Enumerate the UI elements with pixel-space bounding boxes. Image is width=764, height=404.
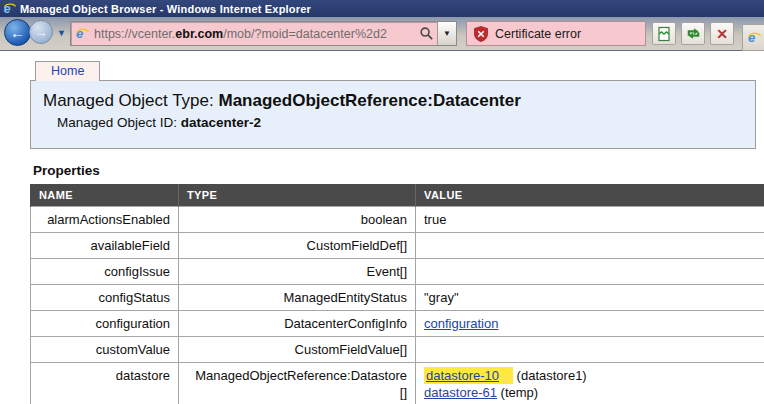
property-type-cell: CustomFieldValue[] — [179, 337, 416, 363]
window-title: Managed Object Browser - Windows Interne… — [20, 3, 311, 15]
search-icon[interactable] — [419, 26, 434, 41]
managed-object-type-line: Managed Object Type: ManagedObjectRefere… — [43, 91, 743, 111]
managed-object-id-value: datacenter-2 — [181, 115, 261, 130]
ie-logo-icon: e — [3, 2, 16, 15]
table-row: configurationDatacenterConfigInfoconfigu… — [31, 311, 764, 337]
property-name-cell: customValue — [31, 337, 179, 363]
property-name-cell: datastore — [31, 363, 179, 404]
managed-object-type-label: Managed Object Type: — [43, 91, 214, 110]
table-row: configIssueEvent[] — [31, 259, 764, 285]
value-link-datastore-10[interactable]: datastore-10 — [426, 368, 499, 383]
address-dropdown-button[interactable]: ▼ — [437, 22, 456, 45]
address-bar[interactable]: e https://vcenter.ebr.com/mob/?moid=data… — [70, 21, 457, 46]
managed-object-id-line: Managed Object ID: datacenter-2 — [57, 115, 743, 130]
property-value-cell — [416, 337, 764, 363]
page-content: Home Managed Object Type: ManagedObjectR… — [0, 52, 764, 404]
property-type-cell: CustomFieldDef[] — [179, 233, 416, 259]
browser-tab[interactable]: e Man — [742, 24, 764, 51]
value-text: "gray" — [424, 290, 459, 305]
property-name-cell: alarmActionsEnabled — [31, 207, 179, 233]
stop-icon: ✕ — [716, 26, 728, 42]
managed-object-infobox: Managed Object Type: ManagedObjectRefere… — [30, 80, 756, 149]
property-value-cell: true — [416, 207, 764, 233]
property-type-cell: boolean — [179, 207, 416, 233]
property-value-cell: datastore-10 (datastore1)datastore-61 (t… — [416, 363, 764, 404]
table-header-row: NAME TYPE VALUE — [31, 184, 764, 207]
recent-pages-dropdown-icon[interactable]: ▼ — [57, 28, 66, 38]
value-text: (datastore1) — [513, 368, 587, 383]
ie-favicon-icon: e — [75, 27, 89, 41]
property-type-cell: ManagedObjectReference:Datastore[] — [179, 363, 416, 404]
url-text[interactable]: https://vcenter.ebr.com/mob/?moid=datace… — [94, 27, 416, 41]
refresh-icon — [685, 25, 702, 42]
back-button[interactable]: ← — [4, 19, 31, 46]
property-value-line: true — [424, 211, 761, 228]
certificate-error-label: Certificate error — [495, 27, 581, 41]
compatibility-view-button[interactable] — [652, 22, 676, 45]
property-name-cell: configuration — [31, 311, 179, 337]
properties-table: NAME TYPE VALUE alarmActionsEnabledboole… — [30, 184, 764, 404]
table-row: customValueCustomFieldValue[] — [31, 337, 764, 363]
value-link-datastore-61[interactable]: datastore-61 — [424, 385, 497, 400]
home-tab-link[interactable]: Home — [35, 61, 100, 81]
browser-toolbar: ← → ▼ e https://vcenter.ebr.com/mob/?moi… — [0, 17, 764, 51]
url-suffix: /mob/?moid=datacenter%2d2 — [223, 27, 387, 41]
managed-object-type-value: ManagedObjectReference:Datacenter — [218, 91, 520, 110]
stop-button[interactable]: ✕ — [710, 22, 734, 45]
compatibility-page-icon — [656, 26, 672, 42]
property-type-cell: DatacenterConfigInfo — [179, 311, 416, 337]
certificate-error-shield-icon — [473, 26, 489, 42]
properties-heading: Properties — [33, 163, 764, 178]
managed-object-id-label: Managed Object ID: — [57, 115, 177, 130]
property-name-cell: availableField — [31, 233, 179, 259]
table-row: availableFieldCustomFieldDef[] — [31, 233, 764, 259]
table-row: configStatusManagedEntityStatus"gray" — [31, 285, 764, 311]
column-header-type: TYPE — [179, 184, 416, 207]
refresh-button[interactable] — [681, 22, 705, 45]
column-header-name: NAME — [31, 184, 179, 207]
value-text: (temp) — [497, 385, 538, 400]
property-value-line: datastore-61 (temp) — [424, 384, 761, 401]
window-titlebar: e Managed Object Browser - Windows Inter… — [0, 0, 764, 17]
property-value-line: datastore-10 (datastore1) — [424, 367, 761, 384]
tab-favicon-icon: e — [747, 31, 761, 45]
url-domain: ebr.com — [175, 27, 223, 41]
property-value-cell — [416, 233, 764, 259]
property-value-line: configuration — [424, 315, 761, 332]
value-text: true — [424, 212, 446, 227]
property-value-cell: "gray" — [416, 285, 764, 311]
value-link-configuration[interactable]: configuration — [424, 316, 498, 331]
highlighted-link-wrapper: datastore-10 — [424, 367, 513, 384]
property-name-cell: configStatus — [31, 285, 179, 311]
property-value-cell — [416, 259, 764, 285]
forward-button[interactable]: → — [29, 20, 53, 44]
url-prefix: https://vcenter. — [94, 27, 175, 41]
property-value-line: "gray" — [424, 289, 761, 306]
column-header-value: VALUE — [416, 184, 764, 207]
property-value-cell: configuration — [416, 311, 764, 337]
table-row: datastoreManagedObjectReference:Datastor… — [31, 363, 764, 404]
property-name-cell: configIssue — [31, 259, 179, 285]
certificate-error-badge[interactable]: Certificate error — [466, 21, 646, 46]
table-row: alarmActionsEnabledbooleantrue — [31, 207, 764, 233]
properties-table-body: alarmActionsEnabledbooleantrueavailableF… — [31, 207, 764, 404]
property-type-cell: Event[] — [179, 259, 416, 285]
property-type-cell: ManagedEntityStatus — [179, 285, 416, 311]
